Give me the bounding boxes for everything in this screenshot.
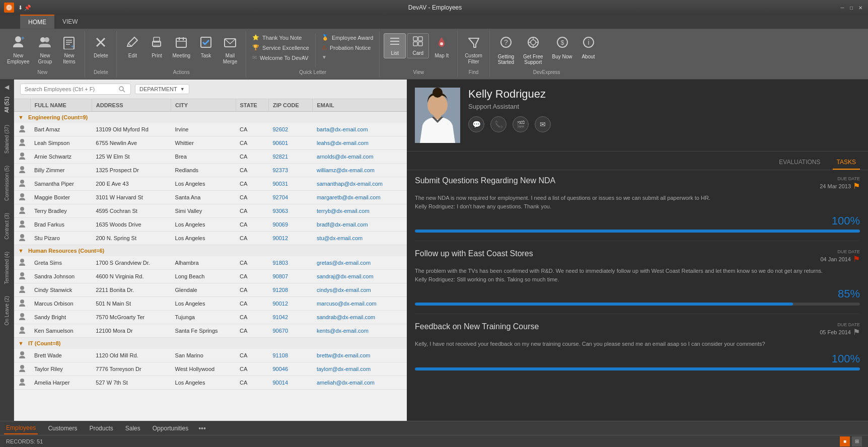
col-state[interactable]: STATE <box>236 99 268 112</box>
employee-award-button[interactable]: 🏅 Employee Award <box>320 33 375 42</box>
tab-tasks[interactable]: TASKS <box>833 156 860 170</box>
emp-email-link[interactable]: stu@dx-email.com <box>317 235 363 241</box>
table-row[interactable]: Sandra Johnson 4600 N Virginia Rd. Long … <box>14 270 407 283</box>
emp-zip-link[interactable]: 90014 <box>272 380 288 386</box>
emp-email-link[interactable]: gretas@dx-email.com <box>317 260 371 266</box>
table-row[interactable]: Sandy Bright 7570 McGroarty Ter Tujunga … <box>14 311 407 324</box>
table-row[interactable]: Maggie Boxter 3101 W Harvard St Santa An… <box>14 191 407 204</box>
map-it-button[interactable]: Map It <box>430 33 453 61</box>
emp-email-link[interactable]: arnolds@dx-email.com <box>317 154 374 160</box>
emp-zip-link[interactable]: 91208 <box>272 287 288 293</box>
table-row[interactable]: Amelia Harper 527 W 7th St Los Angeles C… <box>14 376 407 390</box>
table-row[interactable]: Samantha Piper 200 E Ave 43 Los Angeles … <box>14 177 407 191</box>
service-excellence-button[interactable]: 🏆 Service Excellence <box>250 43 311 52</box>
emp-email-link[interactable]: williamz@dx-email.com <box>317 167 375 173</box>
email-button[interactable]: ✉ <box>535 116 551 132</box>
emp-email-link[interactable]: samanthap@dx-email.com <box>317 181 383 187</box>
col-zip[interactable]: ZIP CODE <box>268 99 312 112</box>
emp-zip-link[interactable]: 92821 <box>272 154 288 160</box>
emp-zip-link[interactable]: 90670 <box>272 328 288 334</box>
emp-email-link[interactable]: kents@dx-email.com <box>317 328 369 334</box>
search-input[interactable] <box>25 86 115 92</box>
table-row[interactable]: Brett Wade 1120 Old Mill Rd. San Marino … <box>14 349 407 362</box>
tab-view[interactable]: VIEW <box>54 15 86 29</box>
emp-email-link[interactable]: bradf@dx-email.com <box>317 221 368 228</box>
emp-zip-link[interactable]: 90046 <box>272 366 288 372</box>
col-city[interactable]: CITY <box>171 99 236 112</box>
emp-zip-link[interactable]: 92373 <box>272 167 288 173</box>
edit-button[interactable]: Edit <box>121 33 144 61</box>
list-view-button[interactable]: List <box>384 33 406 58</box>
table-row[interactable]: Arnie Schwartz 125 W Elm St Brea CA 9282… <box>14 150 407 164</box>
tab-customers[interactable]: Customers <box>46 423 79 434</box>
close-button[interactable]: ✕ <box>857 4 864 11</box>
tab-evaluations[interactable]: EVALUATIONS <box>775 156 824 170</box>
tab-opportunities[interactable]: Opportunities <box>151 423 190 434</box>
emp-email-link[interactable]: sandrab@dx-email.com <box>317 314 375 320</box>
get-free-support-button[interactable]: Get FreeSupport <box>519 33 547 67</box>
table-row[interactable]: Marcus Orbison 501 N Main St Los Angeles… <box>14 297 407 311</box>
table-row[interactable]: Ken Samuelson 12100 Mora Dr Santa Fe Spr… <box>14 324 407 338</box>
video-button[interactable]: 🎬 <box>513 116 529 132</box>
emp-zip-link[interactable]: 90601 <box>272 140 288 146</box>
tab-employees[interactable]: Employees <box>4 422 38 434</box>
sidebar-salaried[interactable]: Salaried (37) <box>4 125 10 154</box>
emp-email-link[interactable]: taylorr@dx-email.com <box>317 366 371 372</box>
emp-email-link[interactable]: brettw@dx-email.com <box>317 352 371 358</box>
about-button[interactable]: i About <box>577 33 600 61</box>
print-button[interactable]: Print <box>145 33 168 61</box>
col-fullname[interactable]: FULL NAME <box>30 99 92 112</box>
table-row[interactable]: Taylor Riley 7776 Torreyson Dr West Holl… <box>14 362 407 376</box>
table-row[interactable]: Leah Simpson 6755 Newlin Ave Whittier CA… <box>14 136 407 150</box>
tab-products[interactable]: Products <box>87 423 115 434</box>
status-icon-2[interactable]: ⊞ <box>852 436 862 446</box>
card-view-button[interactable]: Card <box>407 33 429 58</box>
emp-zip-link[interactable]: 93063 <box>272 208 288 214</box>
emp-zip-link[interactable]: 90807 <box>272 273 288 279</box>
emp-zip-link[interactable]: 90012 <box>272 235 288 241</box>
status-icon-1[interactable]: ■ <box>840 436 850 446</box>
tab-home[interactable]: HOME <box>20 15 54 29</box>
emp-zip-link[interactable]: 90069 <box>272 221 288 228</box>
group-toggle-icon[interactable]: ▼ <box>18 248 24 254</box>
emp-email-link[interactable]: sandraj@dx-email.com <box>317 273 374 279</box>
sidebar-contract[interactable]: Contract (3) <box>4 213 10 240</box>
emp-zip-link[interactable]: 91042 <box>272 314 288 320</box>
maximize-button[interactable]: □ <box>848 4 855 11</box>
sidebar-terminated[interactable]: Terminated (4) <box>4 252 10 284</box>
sidebar-toggle[interactable]: ◀ <box>5 84 9 91</box>
table-row[interactable]: Terry Bradley 4595 Cochran St Simi Valle… <box>14 204 407 218</box>
mail-merge-button[interactable]: MailMerge <box>219 33 242 67</box>
quick-letter-expand[interactable]: ▼ <box>320 53 375 61</box>
sidebar-all[interactable]: All (51) <box>4 97 10 113</box>
minimize-button[interactable]: ─ <box>839 4 846 11</box>
thank-you-note-button[interactable]: ⭐ Thank You Note <box>250 33 311 42</box>
emp-email-link[interactable]: terryb@dx-email.com <box>317 208 370 214</box>
group-toggle-icon[interactable]: ▼ <box>18 114 24 120</box>
table-row[interactable]: Billy Zimmer 1325 Prospect Dr Redlands C… <box>14 164 407 177</box>
emp-zip-link[interactable]: 91108 <box>272 352 288 358</box>
chat-button[interactable]: 💬 <box>468 116 484 132</box>
probation-notice-button[interactable]: ⚠ Probation Notice <box>320 43 375 52</box>
emp-zip-link[interactable]: 92704 <box>272 194 288 200</box>
meeting-button[interactable]: Meeting <box>169 33 193 61</box>
emp-email-link[interactable]: ameliah@dx-email.com <box>317 380 375 386</box>
emp-email-link[interactable]: leahs@dx-email.com <box>317 140 369 146</box>
new-employee-button[interactable]: + NewEmployee <box>4 33 32 67</box>
sidebar-on-leave[interactable]: On Leave (2) <box>4 296 10 325</box>
phone-button[interactable]: 📞 <box>490 116 507 132</box>
emp-email-link[interactable]: margaretb@dx-email.com <box>317 194 381 200</box>
col-address[interactable]: ADDRESS <box>92 99 171 112</box>
table-row[interactable]: Stu Pizaro 200 N. Spring St Los Angeles … <box>14 232 407 245</box>
department-filter[interactable]: DEPARTMENT ▼ <box>135 84 189 94</box>
emp-email-link[interactable]: cindys@dx-email.com <box>317 287 371 293</box>
table-row[interactable]: Brad Farkus 1635 Woods Drive Los Angeles… <box>14 218 407 232</box>
getting-started-button[interactable]: ? GettingStarted <box>494 33 518 67</box>
sidebar-commission[interactable]: Commission (5) <box>4 166 10 201</box>
new-group-button[interactable]: NewGroup <box>33 33 56 67</box>
custom-filter-button[interactable]: CustomFilter <box>462 33 485 67</box>
table-row[interactable]: Cindy Stanwick 2211 Bonita Dr. Glendale … <box>14 283 407 297</box>
table-row[interactable]: Bart Arnaz 13109 Old Myford Rd Irvine CA… <box>14 123 407 136</box>
task-button[interactable]: Task <box>194 33 218 61</box>
emp-email-link[interactable]: barta@dx-email.com <box>317 126 368 132</box>
